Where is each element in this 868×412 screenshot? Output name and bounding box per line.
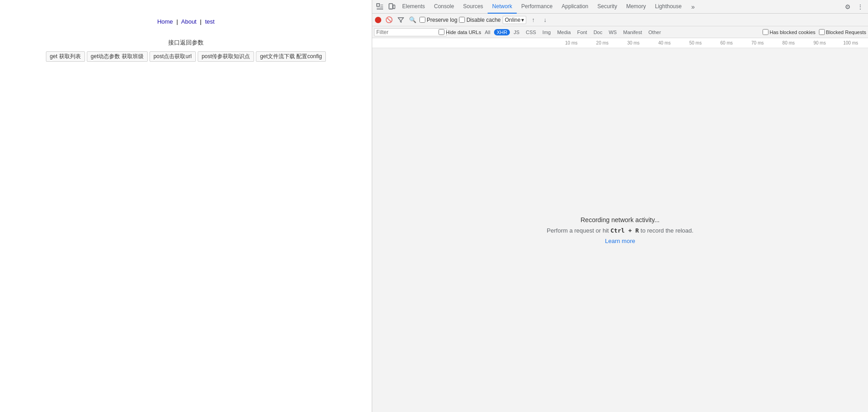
instruction-text: Perform a request or hit Ctrl + R to rec… bbox=[547, 227, 693, 234]
svg-rect-0 bbox=[377, 4, 379, 6]
blocked-requests-label[interactable]: Blocked Requests bbox=[819, 29, 866, 35]
preserve-log-input[interactable] bbox=[419, 17, 425, 23]
instruction-prefix: Perform a request or hit bbox=[547, 227, 609, 234]
svg-rect-2 bbox=[393, 5, 395, 9]
clear-button[interactable]: 🚫 bbox=[384, 15, 394, 25]
filter-row: Hide data URLs All XHR JS CSS Img Media … bbox=[372, 26, 868, 38]
tick-30ms: 30 ms bbox=[618, 40, 649, 45]
nav-sep1: | bbox=[176, 18, 178, 25]
filter-other[interactable]: Other bbox=[646, 29, 664, 35]
filter-checkboxes: Has blocked cookies Blocked Requests bbox=[763, 29, 866, 35]
export-icon[interactable]: ↓ bbox=[540, 15, 550, 25]
tab-elements[interactable]: Elements bbox=[398, 0, 429, 14]
devtools-panel: Elements Console Sources Network Perform… bbox=[372, 0, 868, 412]
devtools-content: Recording network activity... Perform a … bbox=[372, 48, 868, 412]
chevron-down-icon: ▾ bbox=[521, 17, 524, 23]
blocked-requests-text: Blocked Requests bbox=[826, 30, 866, 35]
page-btn-4[interactable]: get文件流下载 配置config bbox=[256, 51, 326, 62]
has-blocked-cookies-input[interactable] bbox=[763, 29, 768, 35]
network-empty-state: Recording network activity... Perform a … bbox=[372, 48, 868, 412]
tick-20ms: 20 ms bbox=[587, 40, 618, 45]
tick-50ms: 50 ms bbox=[680, 40, 711, 45]
instruction-suffix: to record the reload. bbox=[641, 227, 693, 234]
preserve-log-checkbox[interactable]: Preserve log bbox=[419, 17, 457, 23]
has-blocked-cookies-text: Has blocked cookies bbox=[769, 30, 815, 35]
learn-more-link[interactable]: Learn more bbox=[605, 238, 635, 244]
more-tabs-icon[interactable]: » bbox=[687, 1, 699, 13]
devtools-tabs-right: ⚙ ⋮ bbox=[842, 1, 866, 13]
tick-70ms: 70 ms bbox=[742, 40, 773, 45]
button-group: get 获取列表get动态参数 获取班级post点击获取urlpost传参获取知… bbox=[9, 51, 363, 62]
device-toolbar-icon[interactable] bbox=[386, 1, 398, 13]
nav-test[interactable]: test bbox=[205, 18, 215, 25]
filter-doc[interactable]: Doc bbox=[591, 29, 605, 35]
disable-cache-checkbox[interactable]: Disable cache bbox=[459, 17, 500, 23]
tab-application[interactable]: Application bbox=[557, 0, 593, 14]
page-area: Home | About | test 接口返回参数 get 获取列表get动态… bbox=[0, 0, 372, 412]
timeline-header: 10 ms 20 ms 30 ms 40 ms 50 ms 60 ms 70 m… bbox=[372, 38, 868, 48]
record-button[interactable] bbox=[375, 17, 381, 23]
page-btn-1[interactable]: get动态参数 获取班级 bbox=[87, 51, 148, 62]
tab-console[interactable]: Console bbox=[429, 0, 459, 14]
page-nav: Home | About | test bbox=[9, 18, 363, 25]
network-throttle-select[interactable]: Online ▾ bbox=[503, 16, 527, 24]
import-icon[interactable]: ↑ bbox=[528, 15, 538, 25]
tick-90ms: 90 ms bbox=[804, 40, 835, 45]
filter-ws[interactable]: WS bbox=[606, 29, 619, 35]
filter-button[interactable] bbox=[396, 15, 406, 25]
tab-sources[interactable]: Sources bbox=[459, 0, 488, 14]
svg-point-3 bbox=[390, 8, 391, 8]
tab-memory[interactable]: Memory bbox=[622, 0, 650, 14]
nav-sep2: | bbox=[200, 18, 201, 25]
hide-data-urls-checkbox[interactable]: Hide data URLs bbox=[439, 29, 481, 35]
filter-manifest[interactable]: Manifest bbox=[620, 29, 645, 35]
timeline-ruler: 10 ms 20 ms 30 ms 40 ms 50 ms 60 ms 70 m… bbox=[554, 40, 868, 45]
preserve-log-label: Preserve log bbox=[427, 17, 457, 23]
recording-text: Recording network activity... bbox=[580, 216, 659, 223]
filter-css[interactable]: CSS bbox=[523, 29, 539, 35]
filter-all[interactable]: All bbox=[482, 29, 493, 35]
filter-xhr[interactable]: XHR bbox=[494, 29, 510, 35]
blocked-requests-input[interactable] bbox=[819, 29, 825, 35]
tick-10ms: 10 ms bbox=[556, 40, 587, 45]
tick-60ms: 60 ms bbox=[711, 40, 742, 45]
disable-cache-label: Disable cache bbox=[466, 17, 500, 23]
filter-img[interactable]: Img bbox=[540, 29, 554, 35]
nav-about[interactable]: About bbox=[181, 18, 197, 25]
page-btn-0[interactable]: get 获取列表 bbox=[46, 51, 85, 62]
filter-search-area bbox=[374, 28, 438, 36]
page-btn-2[interactable]: post点击获取url bbox=[150, 51, 196, 62]
more-options-icon[interactable]: ⋮ bbox=[854, 1, 866, 13]
hide-data-urls-input[interactable] bbox=[439, 29, 444, 35]
section-title: 接口返回参数 bbox=[9, 39, 363, 47]
tick-100ms: 100 ms bbox=[835, 40, 866, 45]
filter-input[interactable] bbox=[374, 28, 447, 36]
settings-icon[interactable]: ⚙ bbox=[842, 1, 853, 13]
filter-js[interactable]: JS bbox=[511, 29, 522, 35]
inspect-icon[interactable] bbox=[374, 1, 386, 13]
tick-40ms: 40 ms bbox=[649, 40, 680, 45]
search-button[interactable]: 🔍 bbox=[408, 15, 418, 25]
tab-lighthouse[interactable]: Lighthouse bbox=[650, 0, 686, 14]
network-toolbar: 🚫 🔍 Preserve log Disable cache Online ▾ … bbox=[372, 14, 868, 26]
tab-network[interactable]: Network bbox=[488, 0, 517, 14]
devtools-tab-bar: Elements Console Sources Network Perform… bbox=[372, 0, 868, 14]
filter-media[interactable]: Media bbox=[554, 29, 574, 35]
tab-security[interactable]: Security bbox=[593, 0, 622, 14]
keyboard-shortcut: Ctrl + R bbox=[610, 227, 639, 234]
hide-data-urls-label: Hide data URLs bbox=[446, 30, 481, 35]
tick-80ms: 80 ms bbox=[773, 40, 804, 45]
tab-performance[interactable]: Performance bbox=[517, 0, 557, 14]
has-blocked-cookies-label[interactable]: Has blocked cookies bbox=[763, 29, 815, 35]
nav-home[interactable]: Home bbox=[157, 18, 173, 25]
online-label: Online bbox=[505, 17, 521, 23]
page-btn-3[interactable]: post传参获取知识点 bbox=[198, 51, 254, 62]
disable-cache-input[interactable] bbox=[459, 17, 465, 23]
filter-font[interactable]: Font bbox=[574, 29, 590, 35]
